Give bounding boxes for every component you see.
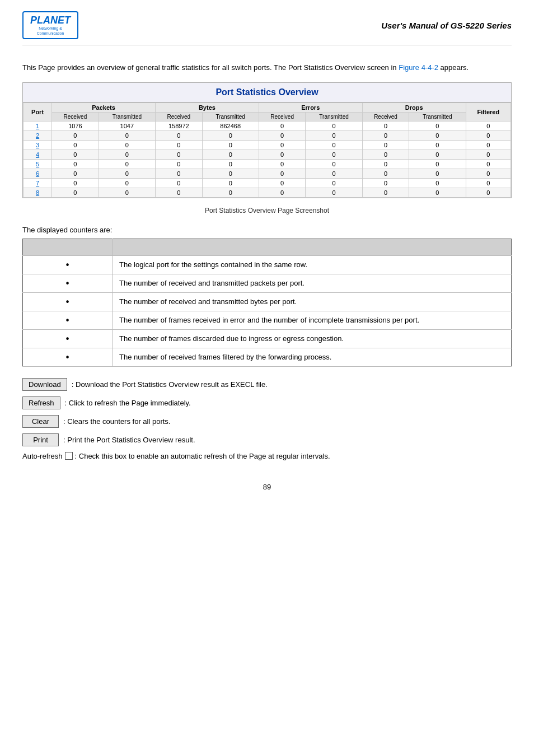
data-cell: 0 [466, 150, 510, 159]
data-cell: 0 [155, 140, 202, 150]
download-button[interactable]: Download [22, 378, 67, 391]
col-port: Port [24, 102, 52, 121]
col-filtered: Filtered [466, 102, 510, 121]
sub-bytes-rx: Received [155, 112, 202, 121]
clear-desc: : Clears the counters for all ports. [63, 415, 170, 428]
clear-row: Clear : Clears the counters for all port… [22, 415, 512, 428]
sub-errors-rx: Received [259, 112, 306, 121]
data-cell: 0 [155, 159, 202, 169]
table-title: Port Statistics Overview [23, 83, 511, 102]
port-cell[interactable]: 1 [24, 121, 52, 130]
print-row: Print : Print the Port Statistics Overvi… [22, 433, 512, 446]
data-cell: 0 [52, 130, 99, 140]
desc-text-drops: The number of frames discarded due to in… [113, 329, 512, 348]
port-cell[interactable]: 6 [24, 169, 52, 178]
table-row: 2000000000 [24, 130, 511, 140]
desc-header-col1 [23, 239, 113, 255]
desc-bullet-filtered: • [23, 348, 113, 366]
auto-refresh-checkbox[interactable] [65, 452, 73, 460]
port-cell[interactable]: 8 [24, 188, 52, 197]
refresh-button[interactable]: Refresh [22, 396, 60, 409]
data-cell: 0 [466, 169, 510, 178]
data-cell: 0 [466, 140, 510, 150]
sub-bytes-tx: Transmitted [202, 112, 259, 121]
data-cell: 0 [409, 150, 466, 159]
auto-refresh-label: Auto-refresh [22, 452, 63, 460]
logo: PLANET Networking & Communication [22, 11, 78, 39]
data-cell: 0 [52, 188, 99, 197]
port-cell[interactable]: 7 [24, 178, 52, 188]
data-cell: 862468 [202, 121, 259, 130]
intro-text1: This Page provides an overview of genera… [22, 63, 399, 72]
table-row: 7000000000 [24, 178, 511, 188]
data-cell: 0 [155, 130, 202, 140]
page-header: PLANET Networking & Communication User's… [22, 11, 512, 45]
col-packets: Packets [52, 102, 156, 112]
data-cell: 1047 [99, 121, 155, 130]
col-errors: Errors [259, 102, 362, 112]
logo-sub-text: Networking & Communication [26, 26, 75, 36]
port-cell[interactable]: 3 [24, 140, 52, 150]
print-button[interactable]: Print [22, 433, 59, 446]
data-cell: 0 [99, 188, 155, 197]
desc-text-errors: The number of frames received in error a… [113, 311, 512, 329]
data-cell: 0 [99, 178, 155, 188]
data-cell: 0 [155, 188, 202, 197]
sub-drops-tx: Transmitted [409, 112, 466, 121]
sub-drops-rx: Received [362, 112, 409, 121]
auto-refresh-row: Auto-refresh : Check this box to enable … [22, 452, 512, 460]
description-table: • The logical port for the settings cont… [22, 239, 512, 367]
desc-row-drops: • The number of frames discarded due to … [23, 329, 512, 348]
counters-label: The displayed counters are: [22, 226, 512, 234]
data-cell: 0 [99, 159, 155, 169]
data-cell: 0 [202, 150, 259, 159]
table-row: 8000000000 [24, 188, 511, 197]
desc-bullet-bytes: • [23, 292, 113, 311]
data-cell: 1076 [52, 121, 99, 130]
data-cell: 0 [202, 159, 259, 169]
intro-paragraph: This Page provides an overview of genera… [22, 62, 512, 74]
data-cell: 0 [99, 169, 155, 178]
data-cell: 0 [306, 159, 362, 169]
data-cell: 0 [306, 130, 362, 140]
refresh-row: Refresh : Click to refresh the Page imme… [22, 396, 512, 409]
data-cell: 0 [99, 140, 155, 150]
data-cell: 158972 [155, 121, 202, 130]
data-cell: 0 [409, 178, 466, 188]
port-cell[interactable]: 4 [24, 150, 52, 159]
data-cell: 0 [466, 178, 510, 188]
data-cell: 0 [466, 121, 510, 130]
intro-text2: appears. [438, 63, 469, 72]
data-cell: 0 [202, 178, 259, 188]
data-cell: 0 [466, 188, 510, 197]
desc-header-row [23, 239, 512, 255]
figure-link[interactable]: Figure 4-4-2 [399, 63, 438, 72]
data-cell: 0 [202, 140, 259, 150]
data-cell: 0 [466, 130, 510, 140]
data-cell: 0 [306, 178, 362, 188]
data-cell: 0 [259, 178, 306, 188]
desc-text-filtered: The number of received frames filtered b… [113, 348, 512, 366]
page-number: 89 [22, 483, 512, 491]
port-cell[interactable]: 5 [24, 159, 52, 169]
table-row: 11076104715897286246800000 [24, 121, 511, 130]
data-cell: 0 [259, 159, 306, 169]
clear-button[interactable]: Clear [22, 415, 59, 428]
table-row: 3000000000 [24, 140, 511, 150]
data-cell: 0 [306, 188, 362, 197]
desc-row-errors: • The number of frames received in error… [23, 311, 512, 329]
buttons-section: Download : Download the Port Statistics … [22, 378, 512, 460]
download-desc: : Download the Port Statistics Overview … [72, 378, 268, 391]
data-cell: 0 [306, 150, 362, 159]
data-cell: 0 [362, 188, 409, 197]
table-caption: Port Statistics Overview Page Screenshot [22, 207, 512, 214]
port-cell[interactable]: 2 [24, 130, 52, 140]
data-cell: 0 [99, 130, 155, 140]
download-row: Download : Download the Port Statistics … [22, 378, 512, 391]
data-cell: 0 [362, 159, 409, 169]
print-desc: : Print the Port Statistics Overview res… [63, 433, 195, 446]
table-row: 4000000000 [24, 150, 511, 159]
data-cell: 0 [409, 169, 466, 178]
data-cell: 0 [259, 121, 306, 130]
data-cell: 0 [99, 150, 155, 159]
